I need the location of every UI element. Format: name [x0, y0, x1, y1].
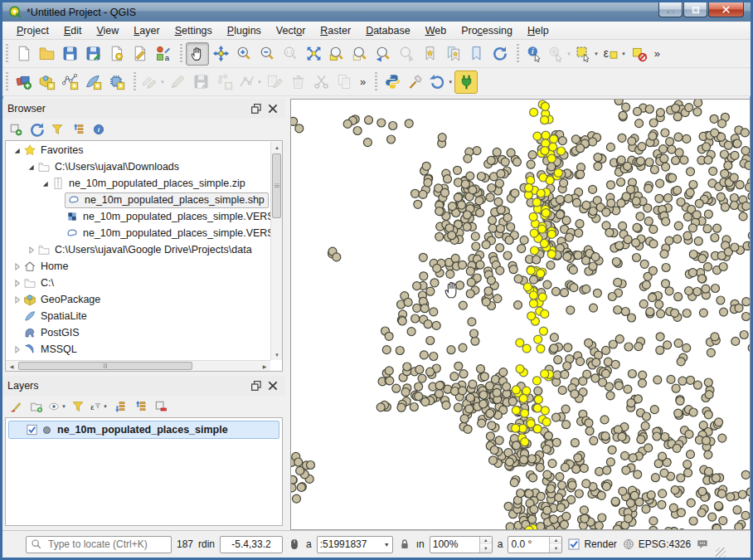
- tree-item[interactable]: C:\Users\ujaval\Downloads: [6, 158, 270, 175]
- tree-item[interactable]: ne_10m_populated_places_simple.VERSION: [6, 225, 270, 241]
- current-edits-dropdown-icon[interactable]: ▼: [160, 80, 165, 85]
- layers-float-button[interactable]: [249, 378, 264, 393]
- tree-item[interactable]: C:\: [6, 275, 270, 291]
- crs-status[interactable]: EPSG:4326: [622, 538, 691, 551]
- select-features-button[interactable]: ▼: [573, 42, 600, 66]
- tree-expander-icon[interactable]: [11, 343, 22, 355]
- scroll-down-icon[interactable]: ▼: [271, 349, 283, 360]
- pan-to-selection-button[interactable]: [209, 42, 232, 66]
- extents-mouse-icon[interactable]: [288, 538, 301, 551]
- filter-by-expression-dropdown-icon[interactable]: ▼: [103, 404, 108, 409]
- toolbar-grip[interactable]: [6, 72, 8, 92]
- zoom-out-button[interactable]: [255, 42, 279, 66]
- save-project-button[interactable]: [58, 42, 81, 66]
- scroll-right-icon[interactable]: ▶: [259, 361, 270, 372]
- plugin-hammer-button[interactable]: [404, 71, 427, 94]
- zoom-full-button[interactable]: [302, 42, 325, 66]
- new-spatial-bookmark-button[interactable]: [418, 42, 441, 66]
- magnifier-spinbox[interactable]: 100% ▲▼: [430, 536, 493, 553]
- menu-settings[interactable]: Settings: [168, 23, 220, 38]
- tree-expander-icon[interactable]: [39, 178, 51, 189]
- menu-database[interactable]: Database: [358, 23, 418, 38]
- tree-expander-icon[interactable]: [11, 294, 22, 305]
- tree-item[interactable]: PostGIS: [6, 324, 270, 341]
- rotation-up-icon[interactable]: ▲: [550, 537, 561, 545]
- plugin-toggle-button[interactable]: [454, 71, 478, 94]
- new-scratch-layer-button[interactable]: [104, 71, 128, 94]
- tree-expander-icon[interactable]: [25, 161, 36, 173]
- tree-item[interactable]: ne_10m_populated_places_simple.zip: [6, 175, 270, 192]
- browser-close-button[interactable]: [265, 101, 280, 116]
- show-spatial-bookmarks-button[interactable]: [441, 42, 464, 66]
- rotation-down-icon[interactable]: ▼: [550, 544, 561, 553]
- open-project-button[interactable]: [35, 42, 58, 66]
- resize-grip[interactable]: [716, 548, 726, 558]
- zoom-to-selection-button[interactable]: [348, 42, 372, 66]
- zoom-last-button[interactable]: [372, 42, 395, 66]
- collapse-all-layers-button[interactable]: [131, 397, 149, 416]
- menu-web[interactable]: Web: [418, 23, 454, 38]
- plugin-reload-dropdown-icon[interactable]: ▼: [448, 80, 453, 85]
- hscroll-thumb[interactable]: [18, 362, 192, 370]
- open-layer-styling-button[interactable]: [7, 397, 25, 416]
- vertex-tool-dropdown-icon[interactable]: ▼: [257, 80, 262, 85]
- remove-layer-button[interactable]: [152, 397, 170, 416]
- run-feature-action-dropdown-icon[interactable]: ▼: [566, 51, 571, 56]
- expand-all-button[interactable]: [110, 397, 129, 416]
- tree-expander-icon[interactable]: [11, 261, 22, 272]
- menu-edit[interactable]: Edit: [56, 23, 90, 38]
- toolbar-grip[interactable]: [180, 44, 182, 64]
- close-button[interactable]: [708, 2, 744, 17]
- browser-float-button[interactable]: [249, 101, 264, 116]
- new-print-layout-button[interactable]: [104, 42, 128, 66]
- messages-icon[interactable]: [696, 538, 709, 551]
- browser-hscrollbar[interactable]: ◀ ▶: [6, 360, 270, 371]
- scroll-left-icon[interactable]: ◀: [6, 361, 17, 372]
- toolbar-overflow-icon[interactable]: »: [357, 75, 369, 88]
- add-group-button[interactable]: [27, 397, 46, 416]
- layer-item[interactable]: ne_10m_populated_places_simple: [8, 421, 279, 439]
- toolbar-grip[interactable]: [375, 72, 377, 92]
- select-by-expression-button[interactable]: ε▼: [600, 42, 628, 66]
- scroll-up-icon[interactable]: ▲: [271, 142, 283, 153]
- vscroll-thumb[interactable]: [272, 153, 281, 218]
- menu-project[interactable]: Project: [9, 23, 56, 38]
- plugin-reload-button[interactable]: ▼: [427, 71, 454, 94]
- toolbar-grip[interactable]: [517, 44, 519, 64]
- select-features-dropdown-icon[interactable]: ▼: [594, 51, 599, 56]
- tree-item[interactable]: MSSQL: [6, 341, 270, 358]
- coordinate-box[interactable]: -5.4,33.2: [220, 536, 283, 553]
- show-layout-manager-button[interactable]: [128, 42, 151, 66]
- tree-item[interactable]: ne_10m_populated_places_simple.VERSION: [6, 208, 270, 225]
- map-canvas[interactable]: [290, 99, 751, 530]
- zoom-in-button[interactable]: [232, 42, 255, 66]
- render-toggle[interactable]: Render: [567, 538, 616, 551]
- locator-input[interactable]: [46, 538, 168, 551]
- menu-vector[interactable]: Vector: [269, 23, 313, 38]
- maximize-button[interactable]: [683, 2, 707, 17]
- browser-tree[interactable]: FavoritesC:\Users\ujaval\Downloadsne_10m…: [5, 140, 283, 372]
- rotation-spinbox[interactable]: 0.0 ° ▲▼: [508, 536, 562, 553]
- bookmark-manager-button[interactable]: [464, 42, 488, 66]
- tree-item[interactable]: SpatiaLite: [6, 308, 270, 324]
- menu-layer[interactable]: Layer: [126, 23, 167, 38]
- select-by-expression-dropdown-icon[interactable]: ▼: [621, 51, 626, 56]
- title-bar[interactable]: *Untitled Project - QGIS: [2, 2, 751, 22]
- toolbar-grip[interactable]: [134, 72, 136, 92]
- scale-dropdown-icon[interactable]: ▼: [384, 542, 390, 548]
- deselect-all-button[interactable]: [628, 42, 651, 66]
- toolbar-grip[interactable]: [6, 44, 8, 64]
- render-checkbox[interactable]: [567, 538, 581, 551]
- manage-map-themes-dropdown-icon[interactable]: ▼: [61, 404, 66, 409]
- new-project-button[interactable]: [12, 42, 35, 66]
- filter-browser-button[interactable]: [48, 120, 66, 139]
- data-source-manager-button[interactable]: [12, 71, 35, 94]
- tree-expander-icon[interactable]: [11, 277, 22, 289]
- filter-by-expression-button[interactable]: ε▼: [90, 397, 108, 416]
- tree-item[interactable]: C:\Users\ujaval\Google Drive\Projects\da…: [6, 241, 270, 258]
- manage-map-themes-button[interactable]: ▼: [48, 397, 66, 416]
- python-console-button[interactable]: [381, 71, 404, 94]
- browser-properties-button[interactable]: i: [90, 120, 108, 139]
- style-manager-button[interactable]: a: [151, 42, 174, 66]
- menu-processing[interactable]: Processing: [454, 23, 520, 38]
